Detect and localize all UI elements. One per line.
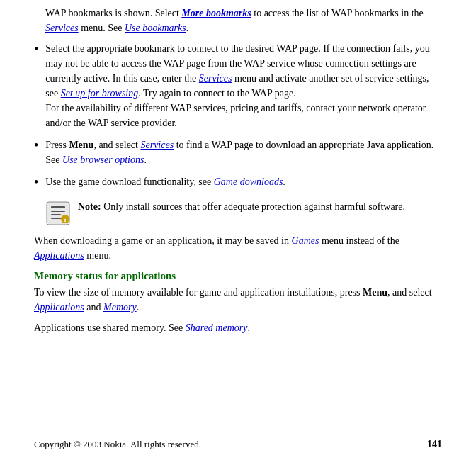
bullet-dot: • (34, 173, 38, 192)
copyright-text: Copyright © 2003 Nokia. All rights reser… (34, 439, 201, 450)
intro-text3: menu. See (79, 23, 125, 33)
page-number: 141 (427, 439, 442, 450)
intro-paragraph: WAP bookmarks is shown. Select More book… (34, 6, 442, 35)
svg-rect-2 (51, 211, 65, 212)
game-downloads-link[interactable]: Game downloads (214, 176, 283, 187)
shared-memory-link[interactable]: Shared memory (186, 322, 248, 333)
applications-link2[interactable]: Applications (34, 302, 84, 313)
note-body: Only install sources that offer adequate… (101, 201, 405, 212)
memory-text2: , and select (387, 287, 432, 298)
memory-text4: . (137, 302, 140, 313)
more-bookmarks-link[interactable]: More bookmarks (181, 8, 251, 18)
games-paragraph: When downloading a game or an applicatio… (34, 233, 442, 263)
memory-link[interactable]: Memory (103, 302, 137, 313)
footer: Copyright © 2003 Nokia. All rights reser… (0, 432, 476, 460)
memory-text3: and (84, 302, 103, 313)
memory-text1: To view the size of memory available for… (34, 287, 363, 298)
bullet1-extra: For the availability of different WAP se… (45, 103, 426, 128)
bullet1-text3: . Try again to connect to the WAP page. (138, 88, 295, 99)
bullet3-text1: Use the game download functionality, see (45, 176, 213, 187)
note-box: i Note: Only install sources that offer … (45, 199, 442, 226)
shared-text2: . (247, 322, 250, 333)
services-link3[interactable]: Services (140, 140, 174, 150)
intro-text4: . (186, 23, 189, 33)
games-text2: menu instead of the (319, 235, 400, 246)
memory-paragraph1: To view the size of memory available for… (34, 285, 442, 315)
menu-bold2: Menu (363, 287, 387, 298)
bullet2-text2: , and select (94, 140, 140, 150)
shared-text1: Applications use shared memory. See (34, 322, 186, 333)
use-bookmarks-link[interactable]: Use bookmarks (125, 23, 186, 33)
page-container: WAP bookmarks is shown. Select More book… (0, 0, 476, 460)
bullet2-text4: . (144, 155, 147, 165)
set-up-browsing-link[interactable]: Set up for browsing (61, 88, 139, 99)
list-item: • Select the appropriate bookmark to con… (34, 41, 442, 130)
applications-link1[interactable]: Applications (34, 250, 84, 261)
intro-text1: WAP bookmarks is shown. Select (45, 8, 181, 18)
games-text3: menu. (84, 250, 111, 261)
bullet-text: Use the game download functionality, see… (45, 174, 442, 189)
section-heading: Memory status for applications (34, 270, 442, 282)
bullet3-text2: . (283, 176, 285, 187)
note-icon: i (45, 201, 71, 226)
svg-rect-1 (51, 206, 65, 208)
note-label: Note: (78, 201, 101, 212)
content-area: WAP bookmarks is shown. Select More book… (0, 0, 476, 432)
bullet2-text1: Press (45, 140, 69, 150)
games-text1: When downloading a game or an applicatio… (34, 235, 292, 246)
bullet-text: Select the appropriate bookmark to conne… (45, 41, 442, 130)
intro-text2: to access the list of WAP bookmarks in t… (251, 8, 424, 18)
note-text: Note: Only install sources that offer ad… (78, 199, 405, 214)
list-item: • Use the game download functionality, s… (34, 174, 442, 192)
bullet-list: • Select the appropriate bookmark to con… (34, 41, 442, 192)
bullet-dot: • (34, 40, 38, 59)
bullet-text: Press Menu, and select Services to find … (45, 138, 442, 167)
list-item: • Press Menu, and select Services to fin… (34, 138, 442, 167)
use-browser-options-link[interactable]: Use browser options (62, 155, 144, 165)
menu-bold: Menu (69, 140, 94, 150)
svg-rect-3 (51, 214, 61, 215)
bullet-dot: • (34, 136, 38, 155)
games-link[interactable]: Games (292, 235, 319, 246)
memory-paragraph2: Applications use shared memory. See Shar… (34, 320, 442, 335)
services-link1[interactable]: Services (45, 23, 79, 33)
services-link2[interactable]: Services (199, 73, 232, 84)
